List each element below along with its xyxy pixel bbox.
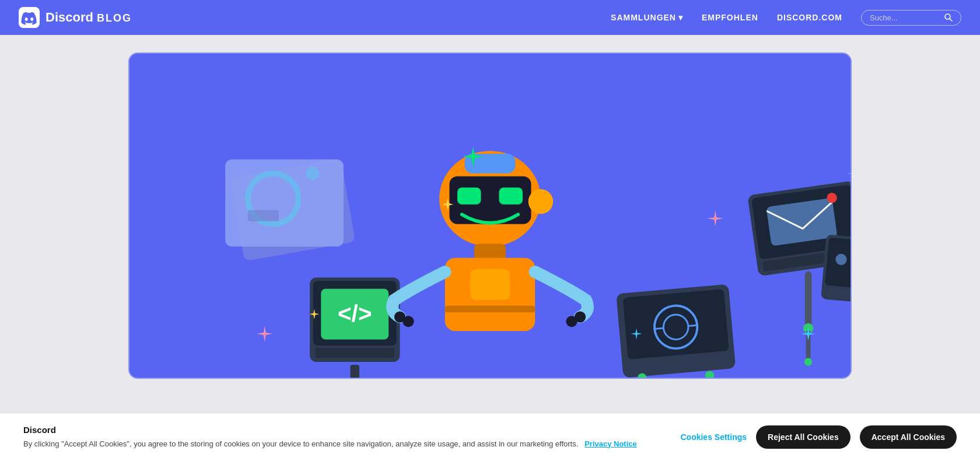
hero-illustration: </> bbox=[130, 54, 850, 378]
privacy-notice-link[interactable]: Privacy Notice bbox=[584, 439, 637, 448]
svg-rect-5 bbox=[225, 159, 344, 247]
svg-point-29 bbox=[402, 316, 414, 327]
svg-text:</>: </> bbox=[338, 300, 372, 327]
svg-point-7 bbox=[306, 167, 319, 180]
cookie-description: By clicking "Accept All Cookies", you ag… bbox=[23, 438, 657, 450]
blog-label: BLOG bbox=[97, 12, 132, 24]
chevron-down-icon: ▾ bbox=[678, 13, 683, 22]
search-box[interactable] bbox=[861, 10, 961, 26]
svg-rect-15 bbox=[316, 348, 394, 358]
svg-line-37 bbox=[688, 325, 697, 326]
cookie-banner: Discord By clicking "Accept All Cookies"… bbox=[0, 413, 980, 462]
svg-rect-22 bbox=[499, 188, 523, 205]
discord-logo-icon bbox=[19, 7, 40, 28]
accept-all-cookies-button[interactable]: Accept All Cookies bbox=[860, 425, 957, 449]
cookie-actions: Cookies Settings Reject All Cookies Acce… bbox=[680, 425, 957, 449]
svg-rect-50 bbox=[825, 237, 850, 292]
svg-line-36 bbox=[654, 328, 663, 329]
cookies-settings-button[interactable]: Cookies Settings bbox=[680, 432, 747, 442]
cookie-text-area: Discord By clicking "Accept All Cookies"… bbox=[23, 425, 657, 450]
brand-name: Discord bbox=[46, 10, 93, 25]
svg-rect-27 bbox=[470, 269, 510, 300]
cookie-title: Discord bbox=[23, 425, 657, 435]
nav-sammlungen[interactable]: SAMMLUNGEN ▾ bbox=[611, 13, 683, 22]
svg-point-48 bbox=[804, 358, 813, 366]
svg-rect-8 bbox=[248, 210, 279, 221]
search-input[interactable] bbox=[870, 13, 940, 22]
svg-line-2 bbox=[950, 19, 952, 21]
reject-all-cookies-button[interactable]: Reject All Cookies bbox=[756, 425, 850, 449]
svg-point-31 bbox=[566, 316, 577, 327]
main-content: </> bbox=[0, 0, 980, 461]
svg-rect-21 bbox=[457, 188, 481, 205]
search-icon bbox=[944, 13, 953, 22]
brand-text: Discord BLOG bbox=[46, 10, 132, 25]
nav-empfohlen[interactable]: EMPFOHLEN bbox=[702, 13, 758, 22]
nav-links: SAMMLUNGEN ▾ EMPFOHLEN DISCORD.COM bbox=[611, 10, 961, 26]
svg-rect-9 bbox=[351, 365, 359, 378]
logo-area: Discord BLOG bbox=[19, 7, 132, 28]
nav-discord-com[interactable]: DISCORD.COM bbox=[777, 13, 842, 22]
hero-container: </> bbox=[117, 35, 863, 379]
svg-rect-26 bbox=[445, 306, 536, 313]
navbar: Discord BLOG SAMMLUNGEN ▾ EMPFOHLEN DISC… bbox=[0, 0, 980, 35]
hero-frame: </> bbox=[128, 52, 852, 379]
svg-point-23 bbox=[528, 189, 553, 214]
